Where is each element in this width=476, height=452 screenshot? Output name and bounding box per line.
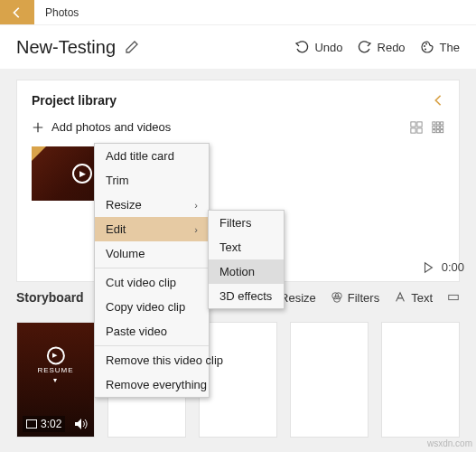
svg-point-0: [424, 45, 425, 47]
clip-duration: 3:02: [41, 418, 61, 430]
more-icon: [447, 291, 460, 304]
storyboard-empty-slot[interactable]: [381, 322, 460, 438]
volume-icon[interactable]: [74, 418, 89, 430]
svg-rect-4: [417, 121, 422, 126]
menu-remove-all[interactable]: Remove everything: [95, 372, 209, 397]
themes-button[interactable]: The: [420, 40, 460, 54]
menu-volume[interactable]: Volume: [95, 241, 209, 266]
menu-separator: [95, 345, 209, 346]
undo-icon: [294, 40, 309, 54]
themes-label: The: [440, 41, 460, 54]
text-icon: [394, 291, 406, 304]
redo-icon: [358, 40, 372, 54]
menu-remove-clip[interactable]: Remove this video clip: [95, 348, 209, 372]
menu-copy-video[interactable]: Copy video clip: [95, 295, 209, 319]
submenu-3d-effects[interactable]: 3D effects: [209, 284, 284, 308]
undo-button[interactable]: Undo: [294, 40, 342, 54]
add-media-button[interactable]: Add photos and videos: [32, 120, 171, 134]
project-title: New-Testing: [16, 37, 116, 58]
svg-rect-5: [411, 127, 415, 132]
menu-trim[interactable]: Trim: [95, 168, 209, 193]
menu-cut-video[interactable]: Cut video clip: [95, 270, 209, 295]
add-media-label: Add photos and videos: [51, 120, 171, 134]
filters-icon: [331, 291, 343, 304]
svg-point-1: [425, 43, 427, 45]
palette-icon: [420, 40, 434, 54]
storyboard-title: Storyboard: [16, 290, 84, 305]
rename-project-button[interactable]: [125, 40, 139, 54]
toolbar-filters[interactable]: Filters: [331, 291, 379, 305]
toolbar-more[interactable]: [447, 291, 460, 304]
menu-separator: [95, 268, 209, 268]
watermark: wsxdn.com: [427, 438, 472, 448]
plus-icon: [32, 121, 44, 134]
project-library-title: Project library: [32, 93, 117, 108]
svg-rect-21: [449, 295, 459, 299]
preview-time: 0:00: [442, 260, 464, 274]
play-overlay-icon: ▶: [72, 164, 92, 184]
submenu-filters[interactable]: Filters: [209, 211, 284, 235]
toolbar-text[interactable]: Text: [394, 291, 433, 305]
svg-rect-7: [433, 121, 435, 124]
storyboard-empty-slot[interactable]: [290, 322, 369, 438]
svg-rect-9: [441, 121, 443, 124]
collapse-library-button[interactable]: [432, 94, 444, 107]
chevron-right-icon: ›: [194, 200, 198, 211]
svg-rect-8: [436, 121, 439, 124]
svg-rect-13: [433, 129, 435, 132]
clip-overlay: ▶ RESUME ▾: [37, 346, 73, 385]
app-name: Photos: [34, 0, 89, 24]
storyboard-empty-slot[interactable]: [199, 322, 277, 438]
menu-resize[interactable]: Resize›: [95, 193, 209, 217]
back-button[interactable]: [0, 0, 34, 24]
menu-add-title-card[interactable]: Add title card: [95, 144, 209, 168]
used-marker-icon: [32, 146, 46, 161]
redo-button[interactable]: Redo: [358, 40, 406, 54]
preview-play-button[interactable]: [422, 261, 434, 274]
chevron-right-icon: ›: [194, 224, 198, 235]
svg-rect-11: [436, 126, 439, 128]
svg-rect-12: [441, 126, 443, 128]
view-small-button[interactable]: [432, 121, 444, 134]
svg-rect-22: [27, 420, 37, 428]
svg-rect-15: [441, 129, 443, 132]
menu-paste-video[interactable]: Paste video: [95, 319, 209, 344]
view-large-button[interactable]: [410, 121, 423, 134]
submenu-text[interactable]: Text: [209, 235, 284, 259]
menu-edit[interactable]: Edit›: [95, 217, 209, 241]
svg-rect-14: [436, 129, 439, 132]
svg-rect-3: [411, 121, 415, 126]
storyboard-clip[interactable]: ▶ RESUME ▾ 3:02: [16, 322, 95, 438]
aspect-icon: [26, 419, 37, 428]
undo-label: Undo: [314, 41, 342, 54]
submenu-motion[interactable]: Motion: [209, 259, 284, 284]
svg-rect-6: [417, 127, 422, 132]
svg-point-2: [425, 49, 426, 51]
redo-label: Redo: [378, 41, 406, 54]
storyboard-strip: ▶ RESUME ▾ 3:02: [0, 313, 476, 447]
svg-rect-10: [433, 126, 435, 128]
clip-context-menu: Add title card Trim Resize› Edit› Volume…: [94, 143, 210, 398]
edit-submenu: Filters Text Motion 3D effects: [208, 210, 285, 309]
